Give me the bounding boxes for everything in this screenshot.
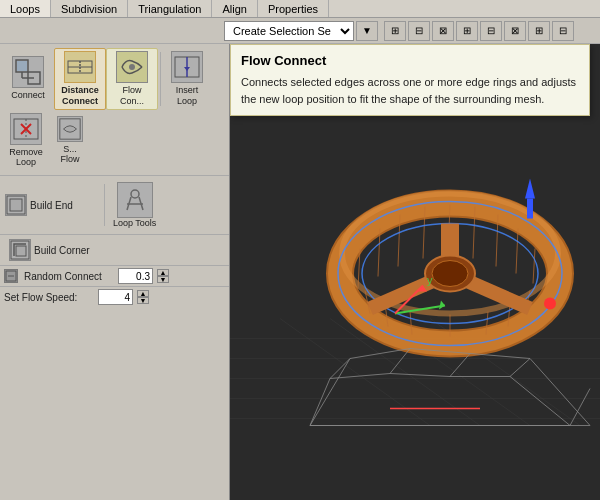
toolbar-icon-6[interactable]: ⊠ — [504, 21, 526, 41]
random-connect-up-arrow[interactable]: ▲ — [157, 269, 169, 276]
build-corner-btn[interactable]: Build Corner — [6, 238, 126, 262]
connect-btn[interactable]: Connect — [2, 48, 54, 110]
insert-loop-icon — [171, 51, 203, 83]
svg-point-70 — [544, 298, 556, 310]
random-connect-input[interactable] — [118, 268, 153, 284]
build-corner-icon — [9, 239, 31, 261]
set-flow-label: S...Flow — [60, 144, 79, 166]
remove-loop-btn[interactable]: RemoveLoop — [2, 110, 50, 172]
set-flow-speed-label: Set Flow Speed: — [4, 292, 94, 303]
svg-rect-4 — [17, 61, 27, 71]
tooltip-body: Connects selected edges across one or mo… — [241, 74, 579, 107]
set-flow-icon — [57, 116, 83, 142]
svg-point-62 — [432, 261, 468, 287]
flow-connect-icon — [116, 51, 148, 83]
ribbon-top-row: Create Selection Se ▼ ⊞ ⊟ ⊠ ⊞ ⊟ ⊠ ⊞ ⊟ — [0, 18, 600, 44]
flow-connect-label: FlowCon... — [120, 85, 144, 107]
build-end-icon — [5, 194, 27, 216]
flow-speed-up-arrow[interactable]: ▲ — [137, 290, 149, 297]
set-flow-speed-input[interactable] — [98, 289, 133, 305]
distance-connect-icon — [64, 51, 96, 83]
remove-loop-icon — [10, 113, 42, 145]
distance-connect-btn[interactable]: DistanceConnect — [54, 48, 106, 110]
svg-point-8 — [129, 64, 135, 70]
toolbar-icon-8[interactable]: ⊟ — [552, 21, 574, 41]
toolbar-icon-5[interactable]: ⊟ — [480, 21, 502, 41]
connect-icon — [12, 56, 44, 88]
distance-connect-label: DistanceConnect — [61, 85, 99, 107]
loop-tools-icon — [117, 182, 153, 218]
flow-speed-down-arrow[interactable]: ▼ — [137, 297, 149, 304]
svg-rect-27 — [230, 119, 600, 426]
insert-loop-label: InsertLoop — [176, 85, 199, 107]
loop-tools-btn[interactable]: Loop Tools — [107, 180, 162, 230]
tab-properties[interactable]: Properties — [258, 0, 329, 17]
build-end-btn[interactable]: Build End — [2, 193, 102, 217]
set-flow-speed-row: Set Flow Speed: ▲ ▼ — [0, 287, 229, 307]
create-selection-dropdown[interactable]: Create Selection Se — [224, 21, 354, 41]
divider-2 — [104, 184, 105, 226]
random-connect-icon — [4, 269, 18, 283]
tooltip-title: Flow Connect — [241, 53, 579, 68]
toolbar-icon-2[interactable]: ⊟ — [408, 21, 430, 41]
tab-subdivision[interactable]: Subdivision — [51, 0, 128, 17]
svg-rect-24 — [16, 246, 26, 256]
build-corner-label: Build Corner — [34, 245, 90, 256]
set-flow-btn[interactable]: S...Flow — [50, 110, 90, 172]
random-connect-row: Random Connect ▲ ▼ — [0, 266, 229, 287]
tab-loops[interactable]: Loops — [0, 0, 51, 17]
svg-point-19 — [131, 190, 139, 198]
toolbar-icon-4[interactable]: ⊞ — [456, 21, 478, 41]
remove-loop-label: RemoveLoop — [9, 147, 43, 169]
viewport[interactable]: y Flow Connect Connects selected edges a… — [230, 44, 600, 500]
tab-bar: Loops Subdivision Triangulation Align Pr… — [0, 0, 600, 18]
random-connect-label: Random Connect — [24, 271, 114, 282]
loop-tools-label: Loop Tools — [113, 218, 156, 228]
insert-loop-btn[interactable]: InsertLoop — [163, 48, 211, 110]
flow-connect-btn[interactable]: FlowCon... — [106, 48, 158, 110]
svg-rect-64 — [527, 199, 533, 219]
svg-marker-11 — [184, 67, 190, 71]
divider-1 — [160, 52, 161, 106]
tab-align[interactable]: Align — [212, 0, 257, 17]
tab-triangulation[interactable]: Triangulation — [128, 0, 212, 17]
tooltip-popup: Flow Connect Connects selected edges acr… — [230, 44, 590, 116]
svg-text:y: y — [427, 274, 433, 286]
toolbar-icon-1[interactable]: ⊞ — [384, 21, 406, 41]
build-end-label: Build End — [30, 200, 73, 211]
svg-rect-18 — [10, 199, 22, 211]
toolbar-icon-3[interactable]: ⊠ — [432, 21, 454, 41]
dropdown-arrow-btn[interactable]: ▼ — [356, 21, 378, 41]
random-connect-down-arrow[interactable]: ▼ — [157, 276, 169, 283]
connect-label: Connect — [11, 90, 45, 101]
toolbar-icon-7[interactable]: ⊞ — [528, 21, 550, 41]
